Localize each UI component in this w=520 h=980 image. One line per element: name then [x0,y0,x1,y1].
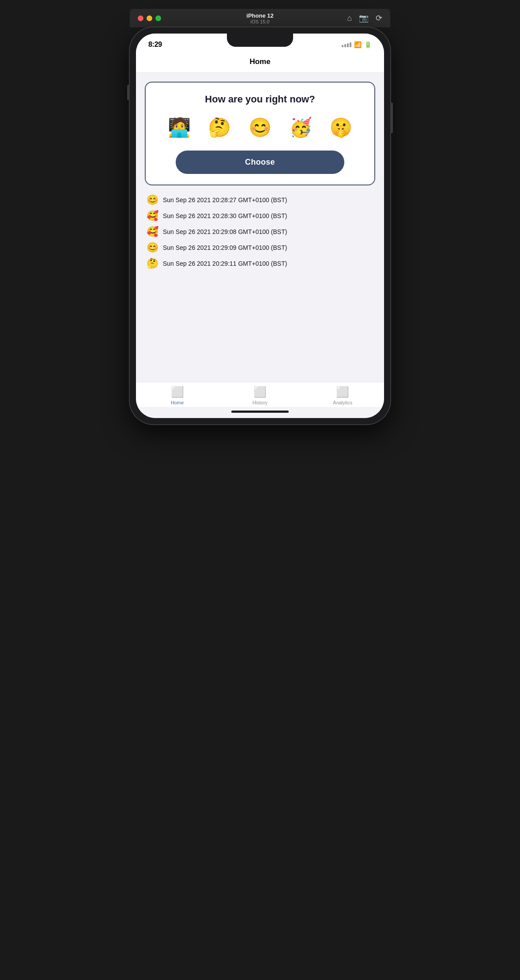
choose-button[interactable]: Choose [176,151,344,174]
device-info: iPhone 12 iOS 15.0 [246,12,273,24]
home-sim-icon[interactable]: ⌂ [347,14,352,23]
emoji-thinking[interactable]: 🤔 [208,117,231,138]
home-indicator-bar [231,411,289,413]
history-text-1: Sun Sep 26 2021 20:28:27 GMT+0100 (BST) [163,196,287,204]
history-emoji-4: 😊 [147,242,158,253]
screenshot-icon[interactable]: 📷 [359,13,369,23]
history-text-3: Sun Sep 26 2021 20:29:08 GMT+0100 (BST) [163,228,287,235]
history-emoji-5: 🤔 [147,258,158,269]
tab-history[interactable]: ⬜ History [219,386,301,405]
mood-question: How are you right now? [154,93,366,106]
history-item: 🥰 Sun Sep 26 2021 20:28:30 GMT+0100 (BST… [147,210,373,222]
tab-home[interactable]: ⬜ Home [136,386,219,405]
notch [227,34,293,47]
history-tab-icon: ⬜ [253,386,267,398]
nav-bar: Home [136,52,384,73]
history-emoji-3: 🥰 [147,226,158,237]
rotate-icon[interactable]: ⟳ [376,13,382,23]
status-right-icons: 📶 🔋 [342,41,372,48]
home-indicator-area [136,407,384,418]
tab-bar: ⬜ Home ⬜ History ⬜ Analytics [136,382,384,407]
simulator-icons: ⌂ 📷 ⟳ [347,13,382,23]
history-text-4: Sun Sep 26 2021 20:29:09 GMT+0100 (BST) [163,244,287,251]
history-item: 😊 Sun Sep 26 2021 20:29:09 GMT+0100 (BST… [147,242,373,253]
minimize-dot[interactable] [147,15,152,21]
wifi-icon: 📶 [354,41,362,48]
history-emoji-2: 🥰 [147,210,158,222]
status-time: 8:29 [148,41,162,49]
emoji-row: 🧑‍💻 🤔 😊 🥳 🤫 [154,117,366,138]
history-item: 🤔 Sun Sep 26 2021 20:29:11 GMT+0100 (BST… [147,258,373,269]
tab-analytics[interactable]: ⬜ Analytics [301,386,384,405]
history-text-2: Sun Sep 26 2021 20:28:30 GMT+0100 (BST) [163,212,287,219]
mood-card: How are you right now? 🧑‍💻 🤔 😊 🥳 🤫 Choos… [145,82,375,185]
ios-version: iOS 15.0 [246,19,273,24]
history-item: 😊 Sun Sep 26 2021 20:28:27 GMT+0100 (BST… [147,194,373,206]
maximize-dot[interactable] [155,15,161,21]
main-content: How are you right now? 🧑‍💻 🤔 😊 🥳 🤫 Choos… [136,73,384,382]
analytics-tab-icon: ⬜ [336,386,349,398]
emoji-shushing[interactable]: 🤫 [329,117,352,138]
analytics-tab-label: Analytics [333,400,352,405]
home-tab-icon: ⬜ [171,386,184,398]
history-tab-label: History [252,400,268,405]
phone-frame: 8:29 📶 🔋 Home [130,27,390,424]
history-text-5: Sun Sep 26 2021 20:29:11 GMT+0100 (BST) [163,260,287,267]
simulator-dots [138,15,161,21]
emoji-stressed[interactable]: 🧑‍💻 [168,117,191,138]
history-list: 😊 Sun Sep 26 2021 20:28:27 GMT+0100 (BST… [145,194,375,269]
signal-icon [342,42,351,47]
history-item: 🥰 Sun Sep 26 2021 20:29:08 GMT+0100 (BST… [147,226,373,237]
home-tab-label: Home [171,400,184,405]
status-bar: 8:29 📶 🔋 [136,34,384,52]
phone-screen: 8:29 📶 🔋 Home [136,34,384,418]
battery-icon: 🔋 [364,41,372,48]
page-title: Home [145,57,375,66]
emoji-celebrating[interactable]: 🥳 [289,117,312,138]
close-dot[interactable] [138,15,143,21]
device-name: iPhone 12 [246,12,273,19]
emoji-happy[interactable]: 😊 [249,117,271,138]
history-emoji-1: 😊 [147,194,158,206]
